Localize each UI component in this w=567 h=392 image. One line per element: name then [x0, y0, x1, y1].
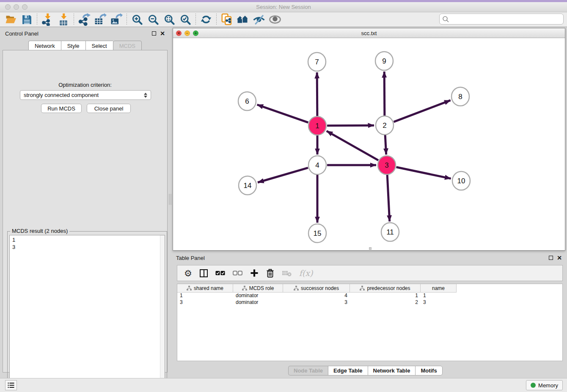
- splitter-handle[interactable]: [169, 194, 171, 205]
- app-titlebar: Session: New Session: [0, 2, 567, 12]
- graph-node-7[interactable]: 7: [308, 52, 326, 71]
- eye-icon: [269, 13, 281, 26]
- float-panel-icon[interactable]: [152, 31, 156, 36]
- graph-node-11[interactable]: 11: [381, 223, 399, 241]
- clone-network-icon: [220, 13, 233, 26]
- zoom-selected-button[interactable]: [177, 13, 193, 26]
- minimize-window-button[interactable]: [14, 4, 19, 10]
- deselect-all-icon[interactable]: [233, 271, 242, 276]
- zoom-out-button[interactable]: [145, 13, 161, 26]
- zoom-fit-button[interactable]: [161, 13, 177, 26]
- task-history-button[interactable]: [5, 380, 17, 390]
- result-scrollbar[interactable]: [160, 235, 165, 389]
- column-header-successor-nodes[interactable]: successor nodes: [283, 284, 350, 293]
- optimization-criterion-label: Optimization criterion:: [3, 82, 167, 88]
- graph-node-label: 1: [315, 122, 319, 130]
- graph-edge-4-14[interactable]: [258, 168, 308, 182]
- column-header-predecessor-nodes[interactable]: predecessor nodes: [350, 284, 421, 293]
- import-network-icon: [41, 13, 54, 26]
- close-network-icon[interactable]: ✕: [176, 30, 182, 36]
- network-graph[interactable]: 7968124314101511: [173, 38, 565, 250]
- search-input[interactable]: [449, 16, 561, 22]
- graph-node-4[interactable]: 4: [308, 156, 326, 174]
- tab-edge-table[interactable]: Edge Table: [328, 366, 367, 375]
- graph-node-6[interactable]: 6: [238, 92, 256, 110]
- mcds-result-title: MCDS result (2 nodes): [10, 228, 69, 234]
- window-title: Session: New Session: [256, 4, 311, 10]
- columns-icon[interactable]: [200, 269, 208, 277]
- graph-node-8[interactable]: 8: [451, 87, 469, 106]
- clone-network-button[interactable]: [219, 13, 235, 26]
- network-resize-handle[interactable]: [369, 247, 372, 250]
- maximize-network-icon[interactable]: +: [193, 30, 198, 36]
- tab-motifs[interactable]: Motifs: [415, 366, 442, 375]
- delete-column-icon[interactable]: [282, 270, 292, 276]
- export-network-button[interactable]: [76, 13, 92, 26]
- graph-edge-3-11[interactable]: [387, 175, 390, 221]
- close-table-panel-icon[interactable]: ✕: [557, 256, 562, 260]
- graph-node-1[interactable]: 1: [308, 116, 326, 135]
- close-window-button[interactable]: [5, 4, 11, 10]
- result-line: 3: [12, 243, 162, 251]
- hide-graphics-button[interactable]: [251, 13, 267, 26]
- graph-node-label: 6: [245, 97, 249, 105]
- select-all-icon[interactable]: [215, 271, 225, 276]
- graph-edge-1-2[interactable]: [327, 125, 374, 126]
- zoom-window-button[interactable]: [22, 4, 28, 10]
- export-network-icon: [78, 13, 91, 26]
- graph-edge-1-7[interactable]: [317, 72, 317, 116]
- table-row[interactable]: 1 dominator 4 1 1: [177, 293, 562, 299]
- graph-node-14[interactable]: 14: [239, 176, 256, 195]
- graph-edge-2-3[interactable]: [385, 135, 386, 155]
- float-table-panel-icon[interactable]: [549, 256, 553, 260]
- column-header-mcds-role[interactable]: MCDS role: [233, 284, 283, 293]
- network-canvas[interactable]: 7968124314101511: [173, 38, 565, 250]
- minimize-network-icon[interactable]: −: [184, 30, 190, 36]
- refresh-view-button[interactable]: [198, 13, 214, 26]
- criterion-select[interactable]: strongly connected component: [20, 90, 151, 100]
- table-row[interactable]: 3 dominator 3 2 3: [177, 299, 562, 306]
- function-builder-icon[interactable]: f(x): [299, 268, 313, 278]
- run-mcds-button[interactable]: Run MCDS: [41, 104, 82, 113]
- delete-row-icon[interactable]: [266, 269, 274, 278]
- tab-network-table[interactable]: Network Table: [368, 366, 416, 375]
- graph-edge-1-6[interactable]: [257, 105, 308, 122]
- column-header-shared-name[interactable]: shared name: [177, 284, 233, 293]
- mcds-result-textarea[interactable]: 1 3: [9, 235, 165, 390]
- graph-node-2[interactable]: 2: [376, 116, 394, 135]
- network-window-titlebar[interactable]: ✕ − + scc.txt: [173, 28, 565, 38]
- zoom-in-button[interactable]: [129, 13, 145, 26]
- memory-button[interactable]: Memory: [526, 380, 563, 390]
- close-panel-icon[interactable]: ✕: [160, 31, 165, 36]
- graph-node-15[interactable]: 15: [308, 224, 326, 243]
- home-views-button[interactable]: [235, 13, 251, 26]
- gear-icon[interactable]: ⚙: [184, 269, 192, 278]
- graph-node-label: 15: [314, 229, 322, 237]
- network-window-controls[interactable]: ✕ − +: [176, 30, 198, 36]
- save-session-button[interactable]: [19, 13, 35, 26]
- export-image-button[interactable]: [108, 13, 124, 26]
- eye-slash-icon: [253, 13, 265, 26]
- export-table-button[interactable]: [92, 13, 108, 26]
- graph-edge-3-1[interactable]: [327, 131, 378, 160]
- graph-node-9[interactable]: 9: [375, 52, 393, 70]
- import-table-button[interactable]: [55, 13, 72, 26]
- graph-node-3[interactable]: 3: [378, 156, 396, 174]
- close-panel-button[interactable]: Close panel: [87, 104, 131, 113]
- table-panel-header: Table Panel ✕: [173, 252, 565, 263]
- open-session-button[interactable]: [3, 13, 19, 26]
- import-table-icon: [57, 13, 70, 26]
- window-controls[interactable]: [5, 4, 28, 10]
- column-header-name[interactable]: name: [421, 284, 457, 293]
- show-graphics-button[interactable]: [267, 13, 283, 26]
- add-row-icon[interactable]: [250, 269, 259, 277]
- criterion-value: strongly connected component: [24, 92, 99, 98]
- graph-edge-2-8[interactable]: [394, 100, 451, 122]
- control-panel-header: Control Panel ✕: [2, 28, 168, 39]
- tab-node-table[interactable]: Node Table: [288, 366, 328, 375]
- graph-edge-3-10[interactable]: [396, 167, 451, 179]
- graph-edge-2-9[interactable]: [384, 72, 385, 116]
- graph-node-10[interactable]: 10: [452, 171, 470, 190]
- search-box[interactable]: [439, 14, 564, 25]
- import-network-button[interactable]: [39, 13, 55, 26]
